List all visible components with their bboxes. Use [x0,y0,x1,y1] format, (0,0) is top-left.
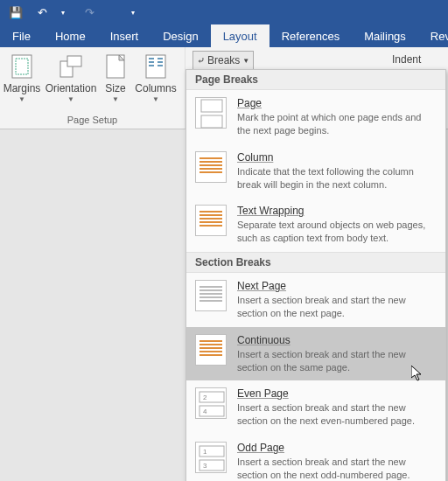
ribbon-tabs: File Home Insert Design Layout Reference… [0,24,448,47]
size-icon [102,52,130,80]
page-break-icon [195,97,227,129]
group-page-setup: Margins ▼ Orientation ▼ Size ▼ Columns ▼… [0,47,186,129]
break-option-odd-page[interactable]: 13 Odd Page Insert a section break and s… [186,435,445,481]
group-label-page-setup: Page Setup [0,113,185,129]
odd-page-icon: 13 [195,442,227,473]
orientation-button[interactable]: Orientation ▼ [44,52,98,103]
option-title: Continuous [237,334,437,346]
columns-icon [142,52,170,80]
breaks-dropdown: Page Breaks Page Mark the point at which… [186,69,446,481]
break-option-page[interactable]: Page Mark the point at which one page en… [186,90,445,144]
tab-review[interactable]: Revie [418,24,448,47]
orientation-icon [57,52,85,80]
chevron-down-icon: ▼ [18,95,25,103]
tab-layout[interactable]: Layout [211,24,270,47]
dropdown-header-page-breaks: Page Breaks [186,70,445,90]
chevron-down-icon: ▼ [112,95,119,103]
indent-spacing-labels: Indent Spacing [184,53,448,66]
option-desc: Insert a section break and start the new… [237,456,437,481]
quick-access-toolbar: 💾 ↶ ▾ ↷ ▾ [0,0,448,24]
break-option-text-wrapping[interactable]: Text Wrapping Separate text around objec… [186,198,445,252]
tab-mailings[interactable]: Mailings [352,24,418,47]
svg-text:2: 2 [203,394,207,401]
redo-icon[interactable]: ↷ [79,3,100,22]
svg-rect-12 [201,100,222,112]
svg-text:4: 4 [203,408,207,415]
margins-icon [8,52,36,80]
option-desc: Insert a section break and start the new… [237,294,437,320]
svg-text:3: 3 [203,462,207,470]
columns-label: Columns [135,82,176,94]
tab-references[interactable]: References [270,24,352,47]
orientation-label: Orientation [46,82,97,94]
size-button[interactable]: Size ▼ [98,52,133,103]
undo-more-icon[interactable]: ▾ [52,3,74,22]
text-wrapping-icon [195,205,227,236]
option-desc: Insert a section break and start the new… [237,348,437,374]
option-title: Even Page [237,387,437,400]
columns-button[interactable]: Columns ▼ [133,52,178,103]
option-desc: Separate text around objects on web page… [237,219,437,245]
option-title: Next Page [237,280,437,292]
continuous-icon [195,334,227,366]
option-title: Odd Page [237,442,437,454]
margins-button[interactable]: Margins ▼ [0,52,44,103]
option-title: Page [237,97,437,109]
chevron-down-icon: ▼ [67,95,74,103]
break-option-column[interactable]: Column Indicate that the text following … [186,144,445,199]
option-desc: Mark the point at which one page ends an… [237,111,437,137]
break-option-next-page[interactable]: Next Page Insert a section break and sta… [186,273,445,327]
svg-rect-13 [201,115,222,128]
tab-file[interactable]: File [0,24,43,47]
svg-rect-3 [67,56,81,66]
tab-design[interactable]: Design [150,24,210,47]
option-title: Text Wrapping [237,205,437,217]
option-desc: Insert a section break and start the new… [237,401,437,428]
next-page-icon [195,280,227,311]
option-title: Column [237,151,437,164]
break-option-continuous[interactable]: Continuous Insert a section break and st… [186,327,445,381]
option-desc: Indicate that the text following the col… [237,165,437,192]
tab-insert[interactable]: Insert [98,24,151,47]
break-option-even-page[interactable]: 24 Even Page Insert a section break and … [186,380,445,435]
margins-label: Margins [4,82,41,94]
column-break-icon [195,151,227,183]
chevron-down-icon: ▼ [152,95,159,103]
indent-label: Indent [392,53,421,66]
tab-home[interactable]: Home [43,24,98,47]
customize-qat-icon[interactable]: ▾ [122,3,144,22]
svg-text:1: 1 [203,448,207,456]
size-label: Size [105,82,125,94]
dropdown-header-section-breaks: Section Breaks [186,252,445,273]
undo-icon[interactable]: ↶ [32,3,52,22]
even-page-icon: 24 [195,387,227,419]
save-icon[interactable]: 💾 [5,3,26,22]
